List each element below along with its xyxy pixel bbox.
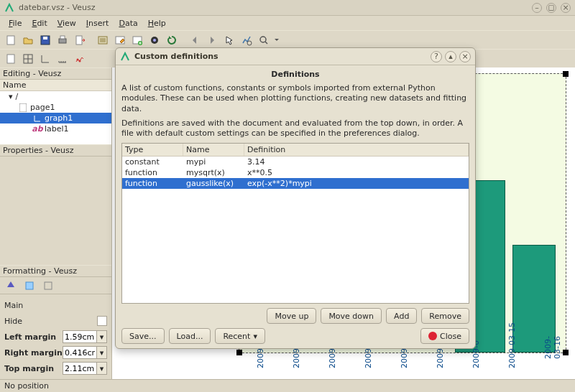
right-margin-label: Right margin: [4, 348, 63, 358]
movedown-button[interactable]: Move down: [321, 308, 382, 324]
menu-data[interactable]: Data: [114, 17, 142, 29]
svg-rect-5: [76, 36, 82, 45]
zoom-graph-icon[interactable]: [239, 32, 254, 48]
format-bg-icon[interactable]: [22, 278, 37, 294]
close-window-icon[interactable]: ×: [561, 3, 571, 13]
formatting-main-label: Main: [4, 301, 23, 310]
tree-header-name[interactable]: Name: [0, 80, 111, 91]
rollup-icon[interactable]: ▴: [445, 51, 456, 62]
left-margin-label: Left margin: [4, 332, 56, 342]
menu-help[interactable]: Help: [144, 17, 170, 29]
import-icon[interactable]: [95, 32, 111, 48]
resize-handle[interactable]: [236, 350, 242, 355]
widget-tree[interactable]: Name ▾/ page1 graph1 ab label1: [0, 80, 111, 144]
add-graph-icon[interactable]: [37, 51, 53, 67]
help-icon[interactable]: ?: [431, 51, 442, 62]
svg-point-12: [247, 41, 252, 45]
left-margin-input[interactable]: [63, 330, 97, 343]
svg-rect-0: [7, 36, 14, 45]
chevron-down-icon[interactable]: ▾: [97, 330, 107, 343]
add-axis-icon[interactable]: [55, 51, 70, 67]
export-icon[interactable]: [72, 32, 88, 48]
moveup-button[interactable]: Move up: [267, 308, 316, 324]
right-margin-input[interactable]: [63, 346, 97, 359]
add-button[interactable]: Add: [386, 308, 417, 324]
menu-file[interactable]: File: [4, 17, 26, 29]
add-xy-icon[interactable]: [72, 51, 88, 67]
window-titlebar: datebar.vsz - Veusz – ◻ ×: [0, 0, 575, 16]
close-dialog-icon[interactable]: ×: [459, 51, 471, 62]
col-name[interactable]: Name: [183, 144, 244, 156]
properties-title: Properties - Veusz: [0, 144, 111, 157]
col-definition[interactable]: Definition: [244, 144, 469, 156]
maximize-icon[interactable]: ◻: [546, 3, 556, 13]
x-tick-label: 2009-03-15: [507, 322, 517, 368]
statusbar: No position: [0, 379, 575, 392]
menu-insert[interactable]: Insert: [82, 17, 114, 29]
add-grid-icon[interactable]: [20, 51, 36, 67]
svg-point-11: [153, 39, 156, 42]
app-icon: [4, 3, 14, 13]
tree-graph1[interactable]: graph1: [0, 113, 111, 123]
menu-edit[interactable]: Edit: [27, 17, 51, 29]
resize-handle[interactable]: [563, 350, 569, 355]
svg-rect-19: [26, 282, 33, 289]
table-row[interactable]: functiongausslike(x)exp(-x**2)*mypi: [122, 178, 469, 189]
remove-button[interactable]: Remove: [421, 308, 469, 324]
svg-rect-4: [60, 36, 65, 39]
zoom-menu-icon[interactable]: [256, 32, 272, 48]
tree-root[interactable]: ▾/: [0, 91, 111, 102]
menubar: File Edit View Insert Data Help: [0, 16, 575, 30]
tree-page1[interactable]: page1: [0, 102, 111, 113]
save-button[interactable]: Save...: [121, 328, 165, 344]
dropdown-icon[interactable]: [273, 32, 280, 48]
edit-data-icon[interactable]: [112, 32, 128, 48]
definitions-table[interactable]: Type Name Definition constantmypi3.14fun…: [121, 143, 469, 304]
dialog-heading: Definitions: [121, 70, 469, 79]
format-main-icon[interactable]: [3, 278, 19, 294]
svg-rect-14: [7, 55, 14, 63]
table-row[interactable]: functionmysqrt(x)x**0.5: [122, 167, 469, 178]
close-icon: [428, 332, 437, 340]
save-icon[interactable]: [37, 32, 53, 48]
add-page-icon[interactable]: [3, 51, 19, 67]
table-row[interactable]: constantmypi3.14: [122, 157, 469, 167]
editing-title: Editing - Veusz: [0, 67, 111, 80]
chevron-down-icon[interactable]: ▾: [97, 346, 107, 359]
open-icon[interactable]: [20, 32, 36, 48]
close-button[interactable]: Close: [420, 328, 469, 344]
svg-rect-2: [43, 37, 47, 39]
svg-point-16: [77, 58, 79, 60]
capture-icon[interactable]: [147, 32, 162, 48]
window-title: datebar.vsz - Veusz: [19, 3, 532, 12]
create-data-icon[interactable]: [129, 32, 145, 48]
menu-view[interactable]: View: [53, 17, 80, 29]
nav-right-icon[interactable]: [204, 32, 220, 48]
new-icon[interactable]: [3, 32, 19, 48]
format-border-icon[interactable]: [40, 278, 56, 294]
minimize-icon[interactable]: –: [532, 3, 542, 13]
pointer-icon[interactable]: [221, 32, 237, 48]
x-tick-label: 2009-03-16: [543, 327, 562, 359]
svg-rect-20: [45, 282, 52, 289]
dialog-desc1: A list of custom functions, constants or…: [121, 83, 469, 114]
resize-handle[interactable]: [563, 71, 569, 77]
hide-checkbox[interactable]: [97, 316, 107, 326]
page-icon: [19, 103, 27, 112]
load-button[interactable]: Load...: [169, 328, 211, 344]
dialog-desc2: Definitions are saved with the document …: [121, 118, 469, 139]
top-margin-label: Top margin: [4, 364, 54, 373]
chevron-down-icon[interactable]: ▾: [97, 362, 107, 375]
col-type[interactable]: Type: [122, 144, 183, 156]
reload-icon[interactable]: [164, 32, 180, 48]
nav-left-icon[interactable]: [187, 32, 203, 48]
status-text: No position: [4, 381, 49, 391]
dialog-title: Custom definitions: [134, 52, 428, 61]
tree-label1[interactable]: ab label1: [0, 123, 111, 134]
toolbar-file: [0, 30, 575, 49]
recent-button[interactable]: Recent ▾: [215, 328, 265, 344]
svg-rect-18: [19, 103, 27, 112]
app-icon: [120, 52, 130, 62]
top-margin-input[interactable]: [63, 362, 97, 375]
print-icon[interactable]: [55, 32, 70, 48]
